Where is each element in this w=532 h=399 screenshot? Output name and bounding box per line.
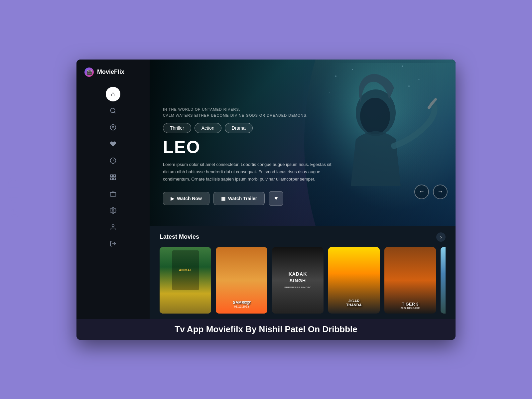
hero-section: IN THE WORLD OF UNTAMED RIVERS, CALM WAT… [150, 60, 456, 226]
watch-trailer-button[interactable]: ▦ Watch Trailer [213, 192, 265, 205]
app-name: MovieFlix [97, 68, 124, 75]
svg-point-21 [408, 85, 410, 87]
latest-movies-title: Latest Movies [160, 233, 199, 240]
genre-tag-thriller[interactable]: Thriller [163, 123, 191, 133]
heart-icon: ♥ [274, 195, 278, 202]
svg-rect-9 [110, 192, 116, 196]
svg-point-19 [419, 79, 420, 80]
sidebar-item-logout[interactable] [106, 236, 120, 251]
movie-poster-animal: ANIMAL [160, 247, 211, 314]
logo-icon: 🎬 [84, 67, 94, 77]
movie-poster-jigar: JIGARTHANDA [328, 247, 380, 314]
watermark: ic-tID [5, 176, 23, 223]
sidebar-item-home[interactable]: ⌂ [106, 87, 120, 101]
svg-point-10 [112, 209, 114, 211]
movie-card-dhak[interactable]: DHAKDHAK 2023 [441, 247, 446, 314]
svg-rect-8 [111, 178, 113, 180]
svg-point-16 [335, 75, 336, 77]
hero-prev-button[interactable]: ← [414, 185, 429, 199]
app-window: 🎬 MovieFlix ⌂ [76, 60, 456, 340]
bottom-bar: Tv App Moviefilx By Nishil Patel On Drib… [76, 319, 456, 340]
svg-line-1 [114, 112, 116, 113]
logo: 🎬 MovieFlix [76, 67, 150, 87]
sidebar-item-settings[interactable] [106, 203, 120, 218]
sidebar-item-search[interactable] [106, 103, 120, 118]
latest-movies-header: Latest Movies › [160, 232, 446, 242]
movie-poster-kadak: KADAK SINGH PREMIERES 8th DEC [272, 247, 324, 314]
bottom-title: Tv App Moviefilx By Nishil Patel On Drib… [86, 324, 446, 334]
svg-point-2 [110, 124, 116, 130]
watch-now-label: Watch Now [177, 196, 202, 201]
movie-card-sam[interactable]: SAMबहादुर 01.12.2023 [216, 247, 267, 314]
movie-card-jigar[interactable]: JIGARTHANDA [328, 247, 380, 314]
movie-poster-sam: SAMबहादुर 01.12.2023 [216, 247, 267, 314]
hero-next-button[interactable]: → [433, 185, 448, 199]
sidebar: 🎬 MovieFlix ⌂ [76, 60, 150, 319]
svg-rect-7 [114, 178, 116, 180]
watch-trailer-label: Watch Trailer [228, 196, 257, 201]
svg-point-11 [112, 224, 114, 227]
svg-rect-5 [111, 175, 113, 177]
sidebar-item-favorites[interactable] [106, 137, 120, 151]
watch-now-button[interactable]: ▶ Watch Now [163, 192, 209, 205]
main-content: IN THE WORLD OF UNTAMED RIVERS, CALM WAT… [150, 60, 456, 319]
genre-tag-drama[interactable]: Drama [225, 123, 253, 133]
movie-poster-dhak: DHAKDHAK 2023 [441, 247, 446, 314]
nav-items: ⌂ [76, 87, 150, 251]
svg-point-3 [112, 126, 114, 128]
svg-rect-6 [114, 175, 116, 177]
sidebar-item-tv[interactable] [106, 187, 120, 201]
svg-point-18 [402, 66, 403, 67]
svg-point-15 [360, 98, 390, 134]
svg-point-20 [329, 92, 330, 93]
hero-actions: ▶ Watch Now ▦ Watch Trailer ♥ [163, 191, 336, 206]
genre-tag-action[interactable]: Action [195, 123, 221, 133]
hero-tagline: IN THE WORLD OF UNTAMED RIVERS, CALM WAT… [163, 107, 336, 118]
latest-movies-grid: ANIMAL SAMबहादुर 01.12.2023 [160, 247, 446, 314]
sidebar-item-movies[interactable] [106, 120, 120, 135]
sidebar-item-profile[interactable] [106, 220, 120, 234]
genre-tags: Thriller Action Drama [163, 123, 336, 133]
svg-point-0 [111, 108, 115, 112]
sidebar-item-browse[interactable] [106, 170, 120, 185]
movie-card-kadak[interactable]: KADAK SINGH PREMIERES 8th DEC [272, 247, 324, 314]
movie-card-animal[interactable]: ANIMAL [160, 247, 211, 314]
hero-content: IN THE WORLD OF UNTAMED RIVERS, CALM WAT… [163, 107, 336, 205]
movie-poster-tiger: TIGER 3 2022 RELEASE [384, 247, 436, 314]
hero-title: LEO [163, 138, 336, 156]
favorite-button[interactable]: ♥ [269, 191, 283, 206]
svg-point-17 [352, 69, 353, 70]
movie-card-tiger[interactable]: TIGER 3 2022 RELEASE [384, 247, 436, 314]
sidebar-item-history[interactable] [106, 153, 120, 168]
latest-movies-more-button[interactable]: › [436, 232, 446, 242]
play-icon: ▶ [171, 196, 174, 201]
main-layout: 🎬 MovieFlix ⌂ [76, 60, 456, 319]
trailer-icon: ▦ [221, 196, 225, 201]
hero-description: Lorem ipsum dolor sit amet consectetur. … [163, 161, 336, 183]
lower-content: Latest Movies › ANIMAL [150, 226, 456, 319]
